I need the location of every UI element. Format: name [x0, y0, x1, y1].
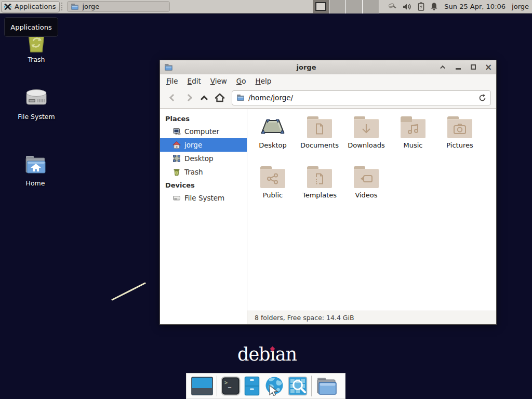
folder-item-public[interactable]: Public	[249, 166, 296, 216]
volume-tray-icon[interactable]	[403, 3, 412, 11]
battery-tray-icon[interactable]	[418, 2, 424, 11]
download-glyph-icon	[361, 123, 372, 135]
folder-icon	[307, 166, 332, 188]
panel-drag-handle[interactable]	[61, 3, 64, 10]
statusbar-text: 8 folders, Free space: 14.4 GiB	[255, 314, 354, 322]
sidebar-header-devices: Devices	[160, 179, 247, 191]
folder-shortcut-button[interactable]	[315, 377, 337, 395]
folder-item-videos[interactable]: Videos	[343, 166, 390, 216]
sidebar-item-trash[interactable]: Trash	[160, 165, 247, 179]
menu-edit[interactable]: Edit	[183, 75, 205, 87]
minimize-button[interactable]	[455, 63, 462, 71]
system-tray	[388, 2, 438, 11]
workspace-4[interactable]	[363, 0, 379, 14]
sidebar: Places Computer jorge	[160, 109, 247, 324]
file-manager-window: jorge × File Edit View Go Help	[159, 60, 497, 325]
file-cabinet-icon	[244, 376, 260, 396]
path-folder-icon	[236, 94, 245, 101]
applications-tooltip-text: Applications	[10, 23, 51, 31]
path-input[interactable]: /home/jorge/	[248, 94, 475, 102]
desktop-icon-label: Trash	[28, 56, 45, 63]
svg-text:_: _	[228, 381, 232, 388]
desktop-icon-home[interactable]: Home	[10, 154, 60, 187]
file-view[interactable]: Desktop Documents	[247, 109, 496, 311]
workspace-2[interactable]	[329, 0, 346, 14]
folder-icon	[401, 116, 425, 138]
folder-item-pictures[interactable]: Pictures	[436, 116, 483, 166]
path-bar[interactable]: /home/jorge/	[232, 90, 491, 105]
home-icon	[215, 93, 225, 102]
web-browser-button[interactable]	[263, 376, 284, 396]
close-button[interactable]: ×	[485, 63, 492, 71]
workspace-switcher[interactable]	[313, 0, 379, 14]
video-glyph-icon	[360, 174, 373, 184]
folder-item-downloads[interactable]: Downloads	[343, 116, 390, 166]
app-finder-button[interactable]	[288, 376, 308, 396]
web-browser-globe-icon	[263, 376, 284, 396]
computer-icon	[172, 127, 181, 136]
forward-icon	[185, 94, 192, 101]
sidebar-item-label: Computer	[184, 127, 219, 136]
folder-item-music[interactable]: Music	[390, 116, 436, 166]
folder-item-templates[interactable]: Templates	[296, 166, 343, 216]
menu-file[interactable]: File	[162, 75, 182, 87]
menu-go[interactable]: Go	[232, 75, 250, 87]
reload-icon[interactable]	[478, 94, 486, 102]
folder-label: Music	[404, 141, 423, 149]
taskbar-window-button[interactable]: jorge	[67, 1, 170, 12]
show-desktop-button[interactable]	[191, 377, 213, 395]
maximize-button[interactable]	[470, 63, 477, 71]
sidebar-item-label: Trash	[184, 168, 203, 176]
notification-bell-icon[interactable]	[430, 2, 438, 11]
applications-tooltip: Applications	[4, 17, 58, 37]
app-finder-icon	[288, 376, 308, 396]
hard-drive-icon	[24, 86, 49, 110]
file-manager-button[interactable]	[244, 376, 260, 396]
panel-clock[interactable]: Sun 25 Apr, 10:06	[444, 3, 506, 10]
shade-button[interactable]	[440, 63, 447, 71]
document-glyph-icon	[314, 123, 325, 135]
terminal-button[interactable]: > _	[221, 376, 241, 396]
folder-label: Templates	[302, 191, 337, 199]
bottom-dock: > _	[186, 373, 345, 399]
cursor-trail-line	[111, 282, 145, 301]
menu-view[interactable]: View	[206, 75, 231, 87]
terminal-icon: > _	[221, 376, 241, 396]
applications-menu-label: Applications	[15, 3, 56, 10]
folder-label: Desktop	[259, 141, 287, 149]
window-title: jorge	[173, 63, 440, 71]
menu-help[interactable]: Help	[251, 75, 276, 87]
sidebar-item-desktop[interactable]: Desktop	[160, 152, 247, 165]
svg-text:>: >	[224, 380, 228, 385]
workspace-window-preview	[315, 2, 326, 11]
music-glyph-icon	[407, 123, 419, 135]
up-button[interactable]	[196, 90, 212, 105]
window-folder-icon	[164, 63, 173, 71]
sidebar-item-file-system[interactable]: File System	[160, 191, 247, 205]
sidebar-item-jorge[interactable]: jorge	[160, 138, 247, 152]
applications-menu-icon	[4, 3, 12, 11]
back-button[interactable]	[165, 90, 181, 105]
folder-label: Pictures	[446, 141, 473, 149]
sidebar-item-label: File System	[184, 194, 224, 202]
titlebar[interactable]: jorge ×	[160, 60, 496, 74]
forward-button[interactable]	[181, 90, 196, 105]
home-button[interactable]	[212, 90, 228, 105]
desktop-icon-file-system[interactable]: File System	[11, 86, 61, 121]
top-panel: Applications jorge	[0, 0, 532, 14]
folder-item-documents[interactable]: Documents	[296, 116, 343, 166]
applications-menu-button[interactable]: Applications	[1, 1, 60, 12]
folder-item-desktop[interactable]: Desktop	[249, 116, 296, 166]
debian-logo-text: an	[275, 344, 297, 365]
show-desktop-icon	[191, 377, 213, 395]
camera-glyph-icon	[453, 123, 467, 135]
toolbar: /home/jorge/	[160, 87, 496, 109]
sidebar-item-label: jorge	[184, 141, 202, 149]
statusbar: 8 folders, Free space: 14.4 GiB	[247, 311, 496, 324]
workspace-3[interactable]	[346, 0, 363, 14]
panel-username[interactable]: jorge	[512, 3, 529, 10]
sidebar-item-computer[interactable]: Computer	[160, 125, 247, 138]
mouse-tray-icon[interactable]	[388, 2, 397, 11]
workspace-1[interactable]	[313, 0, 329, 14]
back-icon	[169, 94, 177, 101]
